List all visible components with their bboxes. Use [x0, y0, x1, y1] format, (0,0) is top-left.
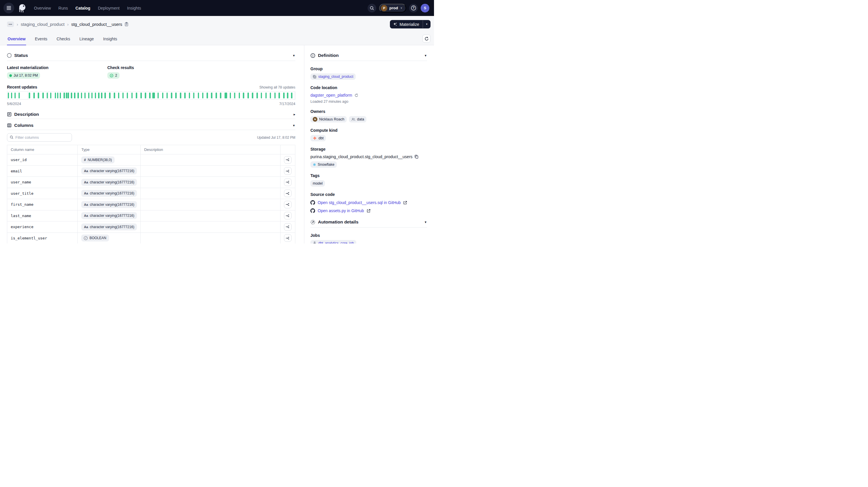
filter-columns-input[interactable]	[7, 133, 72, 142]
refresh-button[interactable]	[423, 34, 431, 43]
column-name-cell: user_id	[7, 154, 78, 166]
copy-storage-path-icon[interactable]	[414, 155, 418, 159]
column-description-cell	[141, 210, 280, 221]
materialize-dropdown-caret[interactable]: ▼	[423, 20, 431, 28]
table-row[interactable]: user_name character varying(16777216)	[7, 177, 295, 188]
column-lineage-button[interactable]	[284, 223, 291, 231]
breadcrumb-separator: ›	[67, 22, 68, 27]
definition-collapse-caret[interactable]: ▼	[424, 54, 427, 57]
tab[interactable]: Events	[34, 34, 48, 45]
jobs-label: Jobs	[310, 233, 427, 238]
topnav-right: P prod ▼ ? S	[368, 4, 429, 12]
check-results-pill[interactable]: 2	[107, 72, 120, 79]
update-tick	[287, 93, 288, 98]
nav-item[interactable]: Deployment	[98, 6, 120, 10]
description-expand-caret[interactable]: ▸	[293, 112, 295, 116]
update-tick	[230, 93, 231, 98]
storage-label: Storage	[310, 147, 427, 152]
table-row[interactable]: user_id NUMBER(38,0)	[7, 154, 295, 166]
owner-user-pill[interactable]: N Nicklaus Roach	[310, 116, 347, 122]
update-tick	[202, 93, 204, 98]
table-row[interactable]: first_name character varying(16777216)	[7, 199, 295, 210]
tab[interactable]: Overview	[7, 34, 26, 45]
update-tick	[279, 93, 280, 98]
code-location-link[interactable]: dagster_open_platform	[310, 93, 352, 97]
column-lineage-button[interactable]	[284, 234, 291, 242]
search-icon[interactable]	[368, 4, 376, 12]
chevron-down-icon: ▼	[400, 7, 403, 9]
table-row[interactable]: experience character varying(16777216)	[7, 221, 295, 233]
job-pill[interactable]: dbt_analytics_core_job	[310, 240, 356, 243]
update-tick	[261, 93, 262, 98]
menu-hamburger-button[interactable]	[3, 3, 14, 13]
nav-item[interactable]: Runs	[58, 6, 68, 10]
column-description-cell	[141, 154, 280, 166]
update-tick	[127, 93, 128, 98]
external-link-icon	[367, 209, 370, 213]
asset-tabs: Overview Events Checks Lineage Insights	[0, 32, 434, 45]
compute-kind-pill[interactable]: dbt	[310, 135, 326, 141]
update-tick	[57, 93, 59, 98]
code-location-loaded: Loaded 27 minutes ago	[310, 99, 427, 103]
column-lineage-button[interactable]	[284, 179, 291, 186]
update-tick	[42, 93, 44, 98]
recent-updates-timeline[interactable]	[7, 91, 295, 99]
update-tick	[78, 93, 79, 98]
column-description-cell	[141, 188, 280, 199]
tag-pill[interactable]: model	[310, 180, 325, 187]
type-kind-icon	[84, 203, 88, 206]
update-tick	[270, 93, 271, 98]
column-lineage-button[interactable]	[284, 201, 291, 208]
column-lineage-button[interactable]	[284, 167, 291, 175]
column-lineage-button[interactable]	[284, 212, 291, 219]
source-py-link[interactable]: Open assets.py in GitHub	[318, 208, 364, 213]
type-pill: NUMBER(38,0)	[81, 156, 114, 163]
column-description-cell	[141, 165, 280, 177]
nav-item[interactable]: Catalog	[75, 6, 90, 10]
table-row[interactable]: email character varying(16777216)	[7, 165, 295, 177]
update-tick	[88, 93, 90, 98]
table-row[interactable]: last_name character varying(16777216)	[7, 210, 295, 221]
tab[interactable]: Lineage	[79, 34, 95, 45]
materialize-button[interactable]: Materialize	[390, 20, 423, 28]
nav-item[interactable]: Insights	[127, 6, 141, 10]
columns-collapse-caret[interactable]: ▼	[292, 124, 295, 127]
table-row[interactable]: user_title character varying(16777216)	[7, 188, 295, 199]
column-type-cell: character varying(16777216)	[78, 165, 141, 177]
tab[interactable]: Checks	[56, 34, 71, 45]
column-lineage-button[interactable]	[284, 156, 291, 164]
tags-label: Tags	[310, 173, 427, 178]
header-type: Type	[78, 145, 141, 154]
update-tick	[136, 93, 137, 98]
source-sql-link[interactable]: Open stg_cloud_product__users.sql in Git…	[318, 200, 401, 205]
column-lineage-button[interactable]	[284, 189, 291, 197]
dbt-icon	[313, 136, 317, 140]
tab[interactable]: Insights	[103, 34, 118, 45]
help-icon[interactable]: ?	[409, 4, 418, 12]
storage-kind-pill[interactable]: ❄ Snowflake	[310, 161, 337, 168]
status-collapse-caret[interactable]: ▼	[292, 54, 295, 57]
user-avatar[interactable]: S	[421, 4, 429, 12]
owner-team-pill[interactable]: data	[349, 116, 366, 122]
definition-section-header: Definition ▼	[310, 53, 427, 58]
deployment-switcher[interactable]: P prod ▼	[379, 4, 406, 12]
nav-item[interactable]: Overview	[34, 6, 51, 10]
column-type-cell: NUMBER(38,0)	[78, 154, 141, 166]
automation-collapse-caret[interactable]: ▼	[424, 220, 427, 224]
copy-asset-name-icon[interactable]	[124, 22, 128, 26]
breadcrumb-ellipsis-button[interactable]: •••	[7, 22, 14, 27]
automation-icon	[310, 220, 315, 225]
reload-code-location-icon[interactable]	[354, 93, 358, 97]
breadcrumb-group-link[interactable]: staging_cloud_product	[21, 22, 64, 27]
group-pill[interactable]: staging_cloud_product	[310, 73, 356, 80]
status-title: Status	[14, 53, 28, 58]
latest-materialization-pill[interactable]: Jul 17, 8:02 PM	[7, 72, 40, 79]
update-tick	[38, 93, 39, 98]
update-tick	[243, 93, 244, 98]
update-tick	[47, 93, 48, 98]
table-row[interactable]: is_elementl_user BOOLEAN	[7, 233, 295, 243]
automation-title: Automation details	[318, 219, 359, 225]
source-code-label: Source code	[310, 192, 427, 197]
update-tick	[149, 93, 151, 98]
update-tick	[85, 93, 86, 98]
